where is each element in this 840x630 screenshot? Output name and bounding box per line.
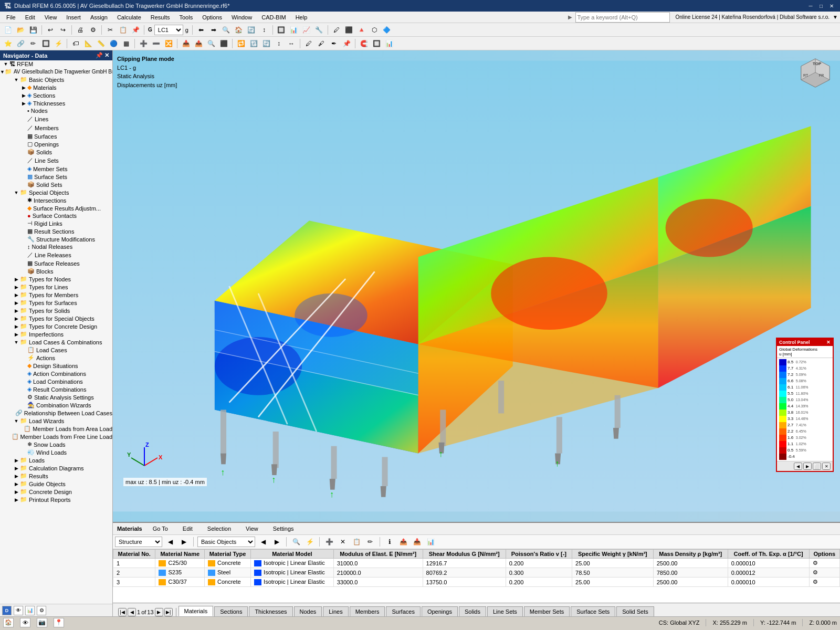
- structure-select[interactable]: Structure: [115, 537, 162, 547]
- menu-options[interactable]: Options: [198, 13, 226, 22]
- tree-surface-sets[interactable]: ▦ Surface Sets: [0, 173, 112, 181]
- cube-navigator[interactable]: TOP FR RT: [797, 55, 834, 91]
- t2-btn17[interactable]: ⬛: [218, 38, 229, 49]
- tree-guide-objects[interactable]: ▶ 📁 Guide Objects: [0, 480, 112, 488]
- t2-btn15[interactable]: 📤: [193, 38, 204, 49]
- bt-filter-btn[interactable]: ⚡: [304, 536, 316, 548]
- tree-structure-mods[interactable]: 🔧 Structure Modifications: [0, 235, 112, 243]
- tree-surface-releases[interactable]: ▦ Surface Releases: [0, 259, 112, 267]
- btn9[interactable]: 🏠: [233, 24, 245, 36]
- tree-results[interactable]: ▶ 📁 Results: [0, 472, 112, 480]
- tree-snow-loads[interactable]: ❄ Snow Loads: [0, 440, 112, 448]
- menu-view[interactable]: View: [40, 13, 61, 22]
- btn18[interactable]: 🔺: [356, 24, 368, 36]
- tree-line-sets[interactable]: ／ Line Sets: [0, 156, 112, 165]
- tree-materials[interactable]: ▶ ◆ Materials: [0, 83, 112, 91]
- bt-next2-btn[interactable]: ▶: [271, 536, 282, 548]
- nav-data-btn[interactable]: D: [2, 606, 12, 615]
- t2-btn3[interactable]: ✏: [27, 38, 39, 49]
- tree-types-surfaces[interactable]: ▶ 📁 Types for Surfaces: [0, 299, 112, 307]
- tab-materials[interactable]: Materials: [178, 606, 214, 616]
- bt-info-btn[interactable]: ℹ: [384, 536, 395, 548]
- status-loc-btn[interactable]: 📍: [54, 618, 64, 627]
- page-prev-btn[interactable]: ◀: [128, 608, 136, 616]
- btn12[interactable]: 🔲: [276, 24, 287, 36]
- t2-btn18[interactable]: 🔁: [235, 38, 247, 49]
- tree-line-releases[interactable]: ／ Line Releases: [0, 250, 112, 259]
- minimize-button[interactable]: ─: [806, 2, 815, 10]
- menu-insert[interactable]: Insert: [62, 13, 85, 22]
- bt-chart-btn[interactable]: 📊: [425, 536, 436, 548]
- nav-view-btn[interactable]: 👁: [14, 606, 23, 615]
- page-next-btn[interactable]: ▶: [155, 608, 163, 616]
- bt-search-btn[interactable]: 🔍: [290, 536, 302, 548]
- tree-printout-reports[interactable]: ▶ 📁 Printout Reports: [0, 496, 112, 503]
- t2-btn16[interactable]: 🔍: [205, 38, 217, 49]
- btn5[interactable]: 📌: [130, 24, 141, 36]
- t2-btn11[interactable]: ➕: [138, 38, 149, 49]
- menu-assign[interactable]: Assign: [86, 13, 112, 22]
- tree-special-objects[interactable]: ▼ 📁 Special Objects: [0, 188, 112, 196]
- tab-member-sets[interactable]: Member Sets: [524, 606, 570, 616]
- t2-btn4[interactable]: 🔲: [40, 38, 51, 49]
- tree-actions[interactable]: ⚡ Actions: [0, 354, 112, 362]
- bt-add-btn[interactable]: ➕: [323, 536, 335, 548]
- tree-concrete-design[interactable]: ▶ 📁 Concrete Design: [0, 488, 112, 496]
- cp-close-btn[interactable]: ✕: [826, 340, 831, 345]
- tree-load-cases-combinations[interactable]: ▼ 📁 Load Cases & Combinations: [0, 338, 112, 346]
- license-expand-btn[interactable]: ▼: [833, 14, 838, 20]
- t2-btn5[interactable]: ⚡: [52, 38, 64, 49]
- tree-design-situations[interactable]: ◆ Design Situations: [0, 362, 112, 370]
- tree-blocks[interactable]: 📦 Blocks: [0, 267, 112, 275]
- tree-sections[interactable]: ▶ ◈ Sections: [0, 91, 112, 99]
- t2-btn9[interactable]: 🔵: [108, 38, 119, 49]
- tree-load-cases[interactable]: 📋 Load Cases: [0, 346, 112, 354]
- redo-btn[interactable]: ↪: [57, 24, 69, 36]
- undo-btn[interactable]: ↩: [45, 24, 56, 36]
- tab-solid-sets[interactable]: Solid Sets: [616, 606, 654, 616]
- tree-combination-wizards[interactable]: 🧙 Combination Wizards: [0, 401, 112, 409]
- bottom-settings[interactable]: Settings: [269, 524, 298, 533]
- t2-btn26[interactable]: 📌: [341, 38, 352, 49]
- t2-btn20[interactable]: 🔄: [260, 38, 272, 49]
- btn8[interactable]: 🔍: [220, 24, 232, 36]
- cp-expand-btn[interactable]: ⬜: [813, 463, 821, 470]
- bt-export-btn[interactable]: 📤: [397, 536, 409, 548]
- tree-solid-sets[interactable]: 📦 Solid Sets: [0, 181, 112, 188]
- tree-member-loads-area[interactable]: 📋 Member Loads from Area Load: [0, 425, 112, 433]
- tree-result-combinations[interactable]: ◈ Result Combinations: [0, 385, 112, 393]
- nav-results-btn[interactable]: 📊: [25, 606, 35, 615]
- tab-nodes[interactable]: Nodes: [294, 606, 322, 616]
- btn15[interactable]: 🔧: [313, 24, 325, 36]
- menu-file[interactable]: File: [2, 13, 20, 22]
- t2-btn12[interactable]: ➖: [150, 38, 162, 49]
- menu-calculate[interactable]: Calculate: [113, 13, 145, 22]
- tree-intersections[interactable]: ✱ Intersections: [0, 196, 112, 204]
- btn7[interactable]: ➡: [208, 24, 219, 36]
- tree-surfaces[interactable]: ▦ Surfaces: [0, 132, 112, 140]
- maximize-button[interactable]: □: [817, 2, 825, 10]
- t2-btn19[interactable]: 🔃: [248, 38, 259, 49]
- cp-next-btn[interactable]: ▶: [803, 463, 812, 470]
- menu-window[interactable]: Window: [227, 13, 256, 22]
- tree-surface-contacts[interactable]: ● Surface Contacts: [0, 212, 112, 219]
- status-cam-btn[interactable]: 📷: [37, 618, 47, 627]
- tab-solids[interactable]: Solids: [459, 606, 486, 616]
- bt-del-btn[interactable]: ✕: [337, 536, 349, 548]
- tree-rigid-links[interactable]: ⊣ Rigid Links: [0, 219, 112, 227]
- t2-btn21[interactable]: ↕: [273, 38, 285, 49]
- tree-surface-results-adj[interactable]: ◆ Surface Results Adjustm...: [0, 204, 112, 212]
- nav-pin-btn[interactable]: 📌: [96, 52, 103, 59]
- nav-settings-btn[interactable]: ⚙: [37, 606, 46, 615]
- tree-nodes[interactable]: • Nodes: [0, 107, 112, 114]
- btn4[interactable]: 📋: [117, 24, 129, 36]
- bt-next-btn[interactable]: ▶: [178, 536, 190, 548]
- page-first-btn[interactable]: |◀: [118, 608, 127, 616]
- tree-rfem-root[interactable]: ▼ 🏗 RFEM: [0, 60, 112, 68]
- tree-types-nodes[interactable]: ▶ 📁 Types for Nodes: [0, 275, 112, 283]
- tab-sections[interactable]: Sections: [214, 606, 248, 616]
- bt-import-btn[interactable]: 📥: [411, 536, 423, 548]
- bottom-view[interactable]: View: [242, 524, 262, 533]
- t2-btn14[interactable]: 📥: [180, 38, 192, 49]
- btn10[interactable]: 🔄: [246, 24, 257, 36]
